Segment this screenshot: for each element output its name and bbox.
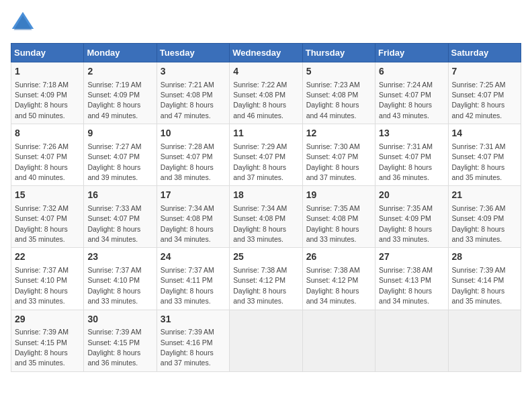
day-info: Sunrise: 7:34 AMSunset: 4:08 PMDaylight:… xyxy=(161,204,214,243)
col-header-monday: Monday xyxy=(84,44,157,62)
logo xyxy=(11,11,38,35)
calendar-cell: 21 Sunrise: 7:36 AMSunset: 4:09 PMDaylig… xyxy=(448,186,521,248)
week-row-5: 29 Sunrise: 7:39 AMSunset: 4:15 PMDaylig… xyxy=(11,310,521,371)
day-info: Sunrise: 7:38 AMSunset: 4:12 PMDaylight:… xyxy=(306,266,360,305)
day-number: 17 xyxy=(161,189,226,202)
col-header-wednesday: Wednesday xyxy=(230,44,302,62)
day-number: 8 xyxy=(15,127,80,140)
day-number: 7 xyxy=(452,65,517,79)
day-number: 27 xyxy=(379,250,444,264)
calendar-cell: 27 Sunrise: 7:38 AMSunset: 4:13 PMDaylig… xyxy=(375,248,448,310)
day-info: Sunrise: 7:36 AMSunset: 4:09 PMDaylight:… xyxy=(452,204,506,243)
calendar-cell: 17 Sunrise: 7:34 AMSunset: 4:08 PMDaylig… xyxy=(157,186,229,248)
day-number: 24 xyxy=(161,250,226,264)
day-number: 12 xyxy=(306,127,371,140)
calendar-cell: 23 Sunrise: 7:37 AMSunset: 4:10 PMDaylig… xyxy=(84,248,157,310)
day-number: 13 xyxy=(379,127,444,140)
day-info: Sunrise: 7:35 AMSunset: 4:08 PMDaylight:… xyxy=(306,204,360,243)
day-number: 10 xyxy=(161,127,226,140)
day-info: Sunrise: 7:21 AMSunset: 4:08 PMDaylight:… xyxy=(161,81,214,120)
day-number: 30 xyxy=(87,313,152,326)
day-number: 28 xyxy=(452,250,517,264)
calendar-cell: 29 Sunrise: 7:39 AMSunset: 4:15 PMDaylig… xyxy=(11,310,84,371)
logo-icon xyxy=(11,11,35,35)
week-row-2: 8 Sunrise: 7:26 AMSunset: 4:07 PMDayligh… xyxy=(11,124,521,186)
calendar-cell: 12 Sunrise: 7:30 AMSunset: 4:07 PMDaylig… xyxy=(302,124,375,186)
day-info: Sunrise: 7:22 AMSunset: 4:08 PMDaylight:… xyxy=(233,81,287,120)
day-number: 5 xyxy=(306,65,371,79)
day-info: Sunrise: 7:18 AMSunset: 4:09 PMDaylight:… xyxy=(15,81,69,120)
day-info: Sunrise: 7:39 AMSunset: 4:15 PMDaylight:… xyxy=(87,328,141,367)
calendar-cell: 15 Sunrise: 7:32 AMSunset: 4:07 PMDaylig… xyxy=(11,186,84,248)
calendar-cell: 26 Sunrise: 7:38 AMSunset: 4:12 PMDaylig… xyxy=(302,248,375,310)
week-row-1: 1 Sunrise: 7:18 AMSunset: 4:09 PMDayligh… xyxy=(11,62,521,124)
day-number: 6 xyxy=(379,65,444,79)
day-info: Sunrise: 7:35 AMSunset: 4:09 PMDaylight:… xyxy=(379,204,433,243)
calendar-cell: 2 Sunrise: 7:19 AMSunset: 4:09 PMDayligh… xyxy=(84,62,157,124)
col-header-saturday: Saturday xyxy=(448,44,521,62)
calendar-cell: 11 Sunrise: 7:29 AMSunset: 4:07 PMDaylig… xyxy=(230,124,302,186)
calendar-cell: 14 Sunrise: 7:31 AMSunset: 4:07 PMDaylig… xyxy=(448,124,521,186)
calendar-cell: 31 Sunrise: 7:39 AMSunset: 4:16 PMDaylig… xyxy=(157,310,229,371)
calendar-cell: 6 Sunrise: 7:24 AMSunset: 4:07 PMDayligh… xyxy=(375,62,448,124)
calendar-cell: 1 Sunrise: 7:18 AMSunset: 4:09 PMDayligh… xyxy=(11,62,84,124)
calendar-cell xyxy=(230,310,302,371)
day-number: 3 xyxy=(161,65,226,79)
calendar-cell: 18 Sunrise: 7:34 AMSunset: 4:08 PMDaylig… xyxy=(230,186,302,248)
col-header-sunday: Sunday xyxy=(11,44,84,62)
day-info: Sunrise: 7:39 AMSunset: 4:14 PMDaylight:… xyxy=(452,266,506,305)
col-header-tuesday: Tuesday xyxy=(157,44,229,62)
day-info: Sunrise: 7:33 AMSunset: 4:07 PMDaylight:… xyxy=(87,204,141,243)
calendar-cell: 25 Sunrise: 7:38 AMSunset: 4:12 PMDaylig… xyxy=(230,248,302,310)
calendar-cell: 22 Sunrise: 7:37 AMSunset: 4:10 PMDaylig… xyxy=(11,248,84,310)
day-info: Sunrise: 7:31 AMSunset: 4:07 PMDaylight:… xyxy=(379,142,433,181)
calendar-cell: 9 Sunrise: 7:27 AMSunset: 4:07 PMDayligh… xyxy=(84,124,157,186)
day-info: Sunrise: 7:31 AMSunset: 4:07 PMDaylight:… xyxy=(452,142,506,181)
day-info: Sunrise: 7:32 AMSunset: 4:07 PMDaylight:… xyxy=(15,204,69,243)
calendar-cell: 4 Sunrise: 7:22 AMSunset: 4:08 PMDayligh… xyxy=(230,62,302,124)
week-row-3: 15 Sunrise: 7:32 AMSunset: 4:07 PMDaylig… xyxy=(11,186,521,248)
calendar-cell: 5 Sunrise: 7:23 AMSunset: 4:08 PMDayligh… xyxy=(302,62,375,124)
calendar-cell: 10 Sunrise: 7:28 AMSunset: 4:07 PMDaylig… xyxy=(157,124,229,186)
calendar-cell xyxy=(375,310,448,371)
day-info: Sunrise: 7:28 AMSunset: 4:07 PMDaylight:… xyxy=(161,142,214,181)
day-info: Sunrise: 7:37 AMSunset: 4:10 PMDaylight:… xyxy=(87,266,141,305)
day-info: Sunrise: 7:19 AMSunset: 4:09 PMDaylight:… xyxy=(87,81,141,120)
day-info: Sunrise: 7:30 AMSunset: 4:07 PMDaylight:… xyxy=(306,142,360,181)
calendar-cell xyxy=(448,310,521,371)
day-number: 18 xyxy=(233,189,298,202)
day-info: Sunrise: 7:27 AMSunset: 4:07 PMDaylight:… xyxy=(87,142,141,181)
day-info: Sunrise: 7:29 AMSunset: 4:07 PMDaylight:… xyxy=(233,142,287,181)
calendar-cell: 13 Sunrise: 7:31 AMSunset: 4:07 PMDaylig… xyxy=(375,124,448,186)
day-number: 9 xyxy=(87,127,152,140)
day-number: 29 xyxy=(15,313,80,326)
day-info: Sunrise: 7:39 AMSunset: 4:15 PMDaylight:… xyxy=(15,328,69,367)
calendar-cell: 20 Sunrise: 7:35 AMSunset: 4:09 PMDaylig… xyxy=(375,186,448,248)
day-number: 2 xyxy=(87,65,152,79)
calendar-cell: 7 Sunrise: 7:25 AMSunset: 4:07 PMDayligh… xyxy=(448,62,521,124)
col-header-thursday: Thursday xyxy=(302,44,375,62)
day-info: Sunrise: 7:26 AMSunset: 4:07 PMDaylight:… xyxy=(15,142,69,181)
day-number: 1 xyxy=(15,65,80,79)
day-info: Sunrise: 7:23 AMSunset: 4:08 PMDaylight:… xyxy=(306,81,360,120)
day-number: 21 xyxy=(452,189,517,202)
day-number: 25 xyxy=(233,250,298,264)
day-info: Sunrise: 7:25 AMSunset: 4:07 PMDaylight:… xyxy=(452,81,506,120)
day-number: 26 xyxy=(306,250,371,264)
calendar-cell: 28 Sunrise: 7:39 AMSunset: 4:14 PMDaylig… xyxy=(448,248,521,310)
day-info: Sunrise: 7:37 AMSunset: 4:10 PMDaylight:… xyxy=(15,266,69,305)
calendar-cell xyxy=(302,310,375,371)
day-info: Sunrise: 7:39 AMSunset: 4:16 PMDaylight:… xyxy=(161,328,214,367)
page-header xyxy=(11,11,521,35)
calendar-cell: 8 Sunrise: 7:26 AMSunset: 4:07 PMDayligh… xyxy=(11,124,84,186)
day-number: 19 xyxy=(306,189,371,202)
day-info: Sunrise: 7:38 AMSunset: 4:13 PMDaylight:… xyxy=(379,266,433,305)
day-number: 20 xyxy=(379,189,444,202)
day-number: 31 xyxy=(161,313,226,326)
week-row-4: 22 Sunrise: 7:37 AMSunset: 4:10 PMDaylig… xyxy=(11,248,521,310)
day-number: 23 xyxy=(87,250,152,264)
col-header-friday: Friday xyxy=(375,44,448,62)
calendar-cell: 16 Sunrise: 7:33 AMSunset: 4:07 PMDaylig… xyxy=(84,186,157,248)
calendar-cell: 19 Sunrise: 7:35 AMSunset: 4:08 PMDaylig… xyxy=(302,186,375,248)
calendar-cell: 30 Sunrise: 7:39 AMSunset: 4:15 PMDaylig… xyxy=(84,310,157,371)
